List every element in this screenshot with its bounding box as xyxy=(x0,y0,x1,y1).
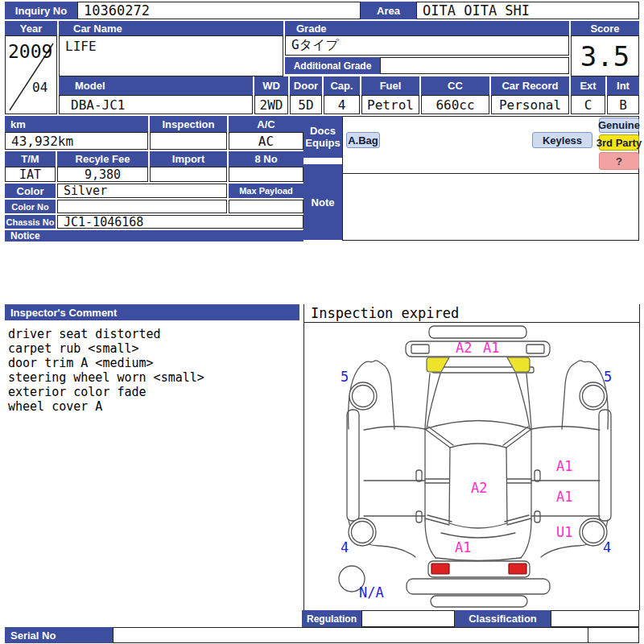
comment-line: carpet rub <small> xyxy=(8,341,295,356)
serial-no-label: Serial No xyxy=(5,627,113,643)
damage-label: 4 xyxy=(603,539,611,555)
comment-line: wheel cover A xyxy=(8,399,295,414)
car-record-label: Car Record xyxy=(491,76,569,95)
roof-strip xyxy=(429,326,526,338)
comment-line: steering wheel worn <small> xyxy=(8,370,295,385)
model-value: DBA-JC1 xyxy=(59,95,253,114)
front-left-wheel xyxy=(349,382,377,410)
damage-label: A1 xyxy=(556,489,572,505)
windshield-highlight-left xyxy=(427,357,449,372)
car-name-label: Car Name xyxy=(59,21,283,35)
car-name-value: LIFE xyxy=(59,35,283,76)
fuel-label: Fuel xyxy=(361,76,419,95)
recycle-fee-value: 9,380 xyxy=(57,167,148,182)
recycle-fee-label: Recyle Fee xyxy=(57,151,148,167)
color-value: Silver xyxy=(57,184,227,198)
wd-label: WD xyxy=(254,76,288,95)
grade-value: Gタイプ xyxy=(285,35,569,56)
docs-label: Docs xyxy=(310,125,336,137)
front-right-wheel xyxy=(580,382,607,410)
max-payload-value xyxy=(229,200,303,213)
color-no-value xyxy=(57,200,227,213)
import-label: Import xyxy=(150,151,227,167)
genuine-badge: Genuine xyxy=(599,118,639,133)
damage-label: N/A xyxy=(359,584,384,601)
int-value: B xyxy=(607,95,639,114)
notice-label: Notice xyxy=(5,230,303,242)
damage-label: 5 xyxy=(341,369,349,385)
docs-equips-strip: Docs Equips xyxy=(303,116,342,158)
third-party-badge: 3rd Party xyxy=(599,134,639,151)
year-value: 2009 xyxy=(8,41,52,62)
equipment-badges-area xyxy=(342,116,639,174)
color-no-label: Color No xyxy=(5,200,56,213)
serial-no-value xyxy=(113,627,588,643)
tm-label: T/M xyxy=(5,151,56,167)
inspector-comment-text: driver seat distorted carpet rub <small>… xyxy=(8,327,295,414)
wd-value: 2WD xyxy=(254,95,288,114)
rear-left-wheel xyxy=(349,518,376,546)
import-value xyxy=(150,167,227,182)
year-label: Year xyxy=(5,21,57,35)
inspection-value xyxy=(150,132,227,150)
comment-line: door trim A <medium> xyxy=(8,356,295,370)
int-label: Int xyxy=(607,76,639,95)
km-value: 43,932km xyxy=(5,132,148,150)
cc-value: 660cc xyxy=(421,95,489,114)
inspection-label: Inspection xyxy=(150,116,227,132)
damage-label: 4 xyxy=(341,539,349,555)
note-strip: Note xyxy=(303,164,342,240)
area-value: OITA OITA SHI xyxy=(416,2,639,19)
inspector-comment-header: Inspector's Comment xyxy=(5,304,299,320)
taillight-left xyxy=(431,564,449,574)
regulation-value xyxy=(361,610,455,627)
ext-label: Ext xyxy=(571,76,605,95)
damage-label: 5 xyxy=(604,369,612,385)
comment-line: exterior color fade xyxy=(8,385,295,399)
cap-value: 4 xyxy=(324,95,360,114)
taillight-right xyxy=(509,564,526,574)
tm-value: IAT xyxy=(5,167,56,182)
area-label: Area xyxy=(361,2,416,19)
eight-no-label: 8 No xyxy=(229,151,303,167)
eight-no-value xyxy=(229,167,303,182)
score-value: 3.5 xyxy=(571,35,639,76)
equips-label: Equips xyxy=(305,137,340,149)
ac-label: A/C xyxy=(229,116,303,132)
grade-label: Grade xyxy=(285,21,569,35)
damage-label: A1 xyxy=(455,539,471,555)
cap-label: Cap. xyxy=(324,76,360,95)
chassis-no-label: Chassis No xyxy=(5,215,56,229)
inquiry-no-label: Inquiry No xyxy=(5,2,77,19)
year-value-cell: 2009 04 xyxy=(5,35,57,114)
classification-value xyxy=(551,610,639,627)
unknown-parts-badge: ? xyxy=(599,152,639,170)
car-record-value: Personal xyxy=(491,95,569,114)
right-rocker-strip xyxy=(599,410,611,521)
ac-value: AC xyxy=(229,132,303,150)
cc-label: CC xyxy=(421,76,489,95)
damage-label: A2 xyxy=(456,340,472,356)
classification-label: Classification xyxy=(455,610,551,627)
damage-label: U1 xyxy=(556,524,572,540)
color-label: Color xyxy=(5,184,56,198)
score-label: Score xyxy=(571,21,639,35)
km-label: km xyxy=(5,116,148,132)
note-area xyxy=(342,173,639,241)
ext-value: C xyxy=(571,95,605,114)
inquiry-no-value: 10360272 xyxy=(77,2,361,19)
regulation-label: Regulation xyxy=(302,610,361,627)
auction-sheet: Inquiry No 10360272 Area OITA OITA SHI Y… xyxy=(0,0,644,644)
car-damage-diagram xyxy=(303,323,640,609)
additional-grade-label: Additional Grade xyxy=(285,57,380,74)
fuel-value: Petrol xyxy=(361,95,419,114)
door-value: 5D xyxy=(290,95,322,114)
inspection-status: Inspection expired xyxy=(311,305,584,321)
additional-grade-value xyxy=(380,57,569,74)
damage-label: A1 xyxy=(556,458,572,474)
airbag-badge: A.Bag xyxy=(346,132,380,148)
month-value: 04 xyxy=(32,80,47,95)
door-label: Door xyxy=(290,76,322,95)
max-payload-label: Max Payload xyxy=(229,184,303,198)
chassis-no-value: JC1-1046168 xyxy=(57,215,303,229)
